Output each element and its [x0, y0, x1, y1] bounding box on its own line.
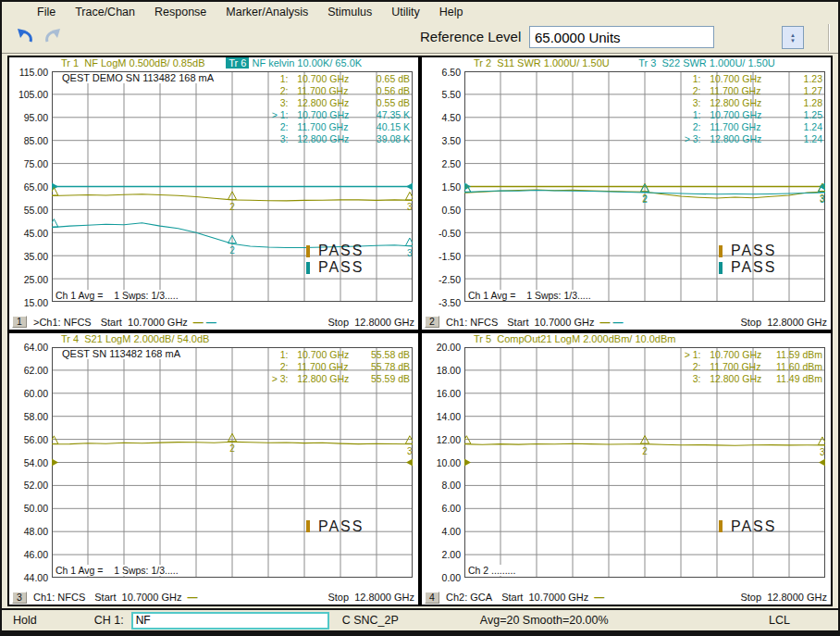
marker-frequency-readout: 10.700 GHz	[710, 109, 761, 120]
plot-area[interactable]: 2323Ch 1 Avg = 1 Swps: 1/3.....1:10.700 …	[464, 71, 825, 302]
quadrant-footer: 4Ch2: GCAStart 10.7000 GHz—Stop 12.8000 …	[425, 591, 827, 604]
trace-header[interactable]: Tr 3 S22 SWR 1.000U/ 1.50U	[638, 57, 775, 69]
quadrant-2[interactable]: Tr 2 S11 SWR 1.000U/ 1.50UTr 3 S22 SWR 1…	[420, 56, 833, 331]
marker-triangle[interactable]	[405, 238, 413, 246]
plot-area[interactable]: 23Ch 2 .........> 1:10.700 GHz11.59 dBm2…	[464, 347, 825, 578]
pass-label: PASS	[318, 243, 364, 259]
y-tick-label: 6.50	[422, 67, 461, 78]
spinner-down-icon[interactable]: ▼	[790, 38, 796, 44]
plot-area[interactable]: 2323QEST DEMO SN 113482 168 mACh 1 Avg =…	[52, 71, 413, 302]
marker-value-readout: 0.65 dB	[377, 73, 410, 84]
y-tick-label: 52.00	[9, 480, 48, 491]
marker-readout-row: 3:12.800 GHz0.55 dB	[52, 97, 413, 109]
marker-readout-row: 1:10.700 GHz1.23	[464, 73, 825, 85]
hold-status: Hold	[13, 614, 37, 627]
marker-value-readout: 55.78 dB	[371, 361, 410, 372]
marker-number: 2	[229, 245, 235, 256]
pass-color-bar	[306, 520, 310, 532]
marker-value-readout: 0.55 dB	[377, 97, 410, 108]
trace-header[interactable]: Tr 4 S21 LogM 2.000dB/ 54.0dB	[61, 333, 209, 344]
plot-area[interactable]: 23QEST SN 113482 168 mACh 1 Avg = 1 Swps…	[52, 347, 413, 578]
marker-frequency-readout: 10.700 GHz	[710, 349, 761, 360]
marker-triangle[interactable]	[818, 436, 825, 444]
pass-label: PASS	[318, 259, 364, 276]
marker-frequency-readout: 10.700 GHz	[710, 73, 761, 84]
y-axis-labels: 64.0062.0060.0058.0056.0054.0052.0050.00…	[9, 347, 50, 578]
redo-button[interactable]	[41, 26, 65, 50]
menu-help[interactable]: Help	[438, 5, 465, 19]
measurement-select-input[interactable]	[131, 612, 329, 630]
selected-trace-badge: Tr 6	[226, 57, 249, 69]
status-bar: Hold CH 1: C SNC_2P Avg=20 Smooth=20.00%…	[2, 608, 838, 630]
limit-test-result: PASSPASS	[306, 244, 364, 275]
menu-marker-analysis[interactable]: Marker/Analysis	[224, 5, 310, 19]
y-tick-label: 55.00	[9, 205, 48, 216]
marker-value-readout: 11.49 dBm	[776, 373, 822, 384]
marker-number-readout: > 3:	[685, 133, 701, 144]
marker-value-readout: 55.58 dB	[371, 349, 410, 360]
menu-stimulus[interactable]: Stimulus	[326, 5, 374, 19]
undo-icon	[16, 27, 34, 49]
reference-level-input[interactable]	[529, 26, 714, 48]
marker-value-readout: 40.15 K	[377, 121, 410, 132]
undo-button[interactable]	[13, 26, 37, 50]
y-tick-label: 35.00	[9, 251, 48, 262]
menu-trace-chan[interactable]: Trace/Chan	[73, 5, 137, 19]
window-number-badge[interactable]: 3	[12, 592, 27, 604]
y-tick-label: 3.50	[422, 135, 461, 146]
marker-number: 3	[407, 248, 413, 258]
trace-header[interactable]: Tr 2 S11 SWR 1.000U/ 1.50U	[474, 57, 610, 69]
y-tick-label: 54.00	[9, 457, 48, 468]
pass-color-bar	[719, 245, 723, 257]
quadrant-header: Tr 4 S21 LogM 2.000dB/ 54.0dB	[9, 333, 418, 346]
quadrant-footer: 1>Ch1: NFCSStart 10.7000 GHz——Stop 12.80…	[12, 316, 414, 329]
trace-color-dash: —	[187, 592, 196, 603]
quadrant-header: Tr 5 CompOut21 LogM 2.000dBm/ 10.0dBm	[422, 333, 831, 346]
marker-number-readout: 3:	[280, 97, 289, 108]
start-frequency-label: Start 10.7000 GHz	[101, 317, 188, 328]
marker-value-readout: 1.23	[804, 73, 822, 84]
limit-test-result: PASS	[306, 519, 364, 533]
sweep-status-annotation: Ch 1 Avg = 1 Swps: 1/3.....	[465, 290, 594, 301]
y-tick-label: 65.00	[9, 181, 48, 193]
marker-value-readout: 39.08 K	[377, 133, 410, 144]
channel-measurement-label: Ch1: NFCS	[446, 317, 498, 328]
stop-frequency-label: Stop 12.8000 GHz	[740, 592, 827, 603]
marker-number-readout: 2:	[280, 361, 289, 372]
quadrant-3[interactable]: Tr 4 S21 LogM 2.000dB/ 54.0dB 64.0062.00…	[7, 331, 420, 607]
window-number-badge[interactable]: 1	[12, 316, 27, 328]
stop-frequency-label: Stop 12.8000 GHz	[327, 317, 414, 328]
avg-smooth-status: Avg=20 Smooth=20.00%	[480, 614, 609, 627]
window-number-badge[interactable]: 4	[425, 592, 439, 604]
trace-header[interactable]: Tr 1 NF LogM 0.500dB/ 0.85dB	[61, 57, 205, 69]
y-tick-label: -1.50	[422, 251, 461, 262]
pass-label: PASS	[731, 259, 777, 276]
window-number-badge[interactable]: 2	[425, 316, 439, 328]
quadrant-4[interactable]: Tr 5 CompOut21 LogM 2.000dBm/ 10.0dBm 20…	[420, 331, 833, 607]
redo-icon	[43, 27, 62, 49]
marker-readout-row: 2:11.700 GHz40.15 K	[52, 121, 413, 133]
trace-header[interactable]: Tr 5 CompOut21 LogM 2.000dBm/ 10.0dBm	[474, 333, 675, 344]
marker-number-readout: 1:	[693, 109, 701, 120]
reference-position-arrow-right	[406, 458, 413, 466]
marker-triangle[interactable]	[405, 192, 413, 200]
marker-frequency-readout: 11.700 GHz	[710, 121, 760, 132]
reference-level-spinner[interactable]: ▲ ▼	[782, 26, 804, 49]
marker-value-readout: 1.24	[804, 121, 822, 132]
trace-header[interactable]: Tr 6 NF kelvin 10.00K/ 65.0K	[226, 57, 362, 69]
quadrant-header: Tr 1 NF LogM 0.500dB/ 0.85dBTr 6 NF kelv…	[9, 57, 418, 70]
marker-number-readout: 2:	[693, 121, 701, 132]
marker-frequency-readout: 10.700 GHz	[297, 349, 349, 360]
menu-file[interactable]: File	[35, 5, 57, 19]
start-frequency-label: Start 10.7000 GHz	[507, 317, 594, 328]
menu-response[interactable]: Response	[153, 5, 208, 19]
marker-number: 2	[229, 202, 235, 212]
measurement-windows-grid: Tr 1 NF LogM 0.500dB/ 0.85dBTr 6 NF kelv…	[2, 54, 838, 608]
start-frequency-label: Start 10.7000 GHz	[94, 592, 181, 603]
y-tick-label: 0.00	[422, 572, 461, 583]
y-tick-label: 95.00	[9, 112, 48, 123]
menu-utility[interactable]: Utility	[389, 5, 422, 19]
quadrant-1[interactable]: Tr 1 NF LogM 0.500dB/ 0.85dBTr 6 NF kelv…	[7, 56, 420, 331]
marker-triangle[interactable]	[52, 219, 58, 228]
marker-value-readout: 1.27	[804, 85, 822, 96]
